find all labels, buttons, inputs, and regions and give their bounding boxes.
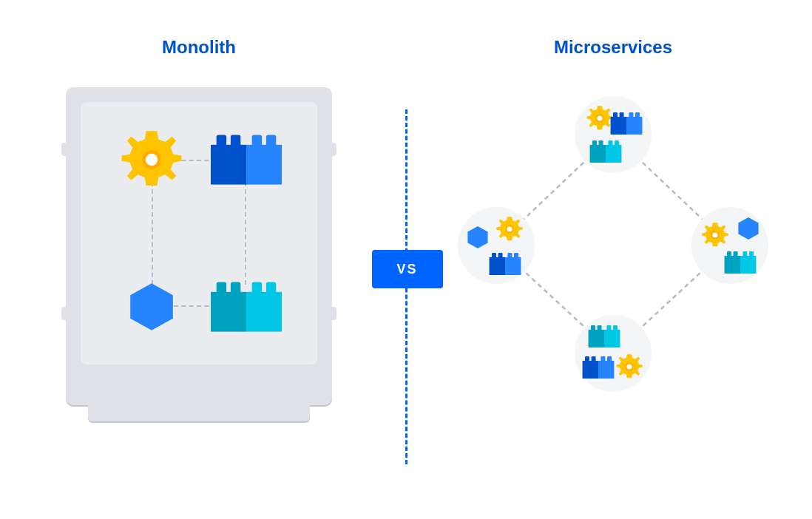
monolith-server [66,87,332,405]
block-blue-icon [582,356,615,379]
vs-badge: VS [372,250,443,288]
diagram-root: Monolith [0,0,812,519]
gear-icon [495,214,524,244]
mono-edge-right [245,182,246,285]
service-right-content [697,213,762,278]
vs-divider-line: VS [405,109,407,464]
gear-icon [700,220,730,250]
service-bottom-content [581,321,646,386]
monolith-title: Monolith [162,37,236,58]
service-node-right [691,207,768,284]
vs-column: VS [362,37,450,464]
block-teal-icon [588,325,620,347]
service-node-top [575,96,652,173]
monolith-grid [116,124,282,342]
service-top-content [581,102,646,167]
block-teal-icon [589,140,622,163]
mono-edge-left [152,182,153,285]
microservices-cluster [458,96,768,407]
block-teal-icon [724,251,757,274]
mono-node-block-teal [211,271,282,342]
server-foot-notch [88,402,310,421]
mono-node-gear [116,124,187,195]
monolith-column: Monolith [36,37,362,405]
block-teal-icon [211,282,282,332]
server-face [81,102,317,364]
gear-icon [615,352,644,381]
mono-node-hexagon [116,271,187,342]
block-blue-icon [489,253,521,275]
hexagon-icon [736,216,761,241]
mono-node-block-blue [211,124,282,195]
service-node-bottom [575,315,652,392]
block-blue-icon [610,112,643,135]
hexagon-icon [125,280,178,333]
block-blue-icon [211,135,282,185]
hexagon-icon [465,225,490,250]
service-node-left [458,207,535,284]
gear-icon [118,126,186,194]
microservices-column: Microservices [450,37,776,407]
microservices-title: Microservices [554,37,672,58]
service-left-content [464,213,529,278]
